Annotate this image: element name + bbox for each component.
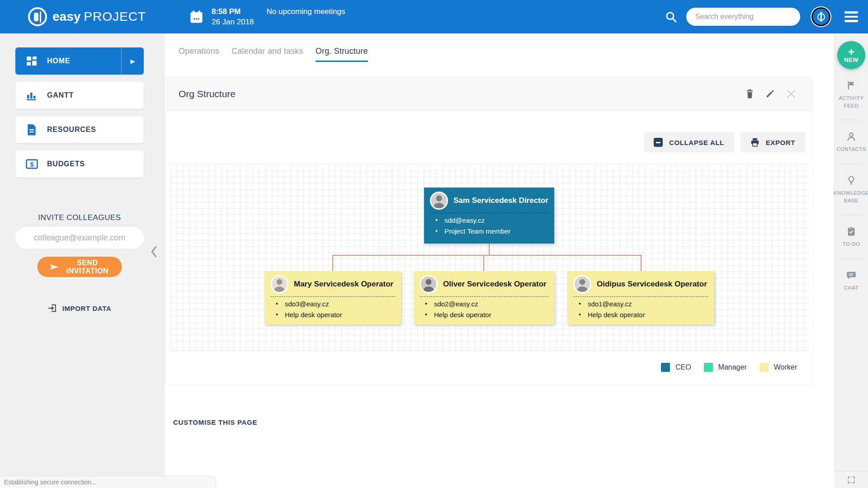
menu-icon[interactable] — [844, 11, 858, 22]
legend-label: Worker — [774, 363, 797, 371]
legend-label: CEO — [675, 363, 691, 371]
fullscreen-expand-icon[interactable] — [834, 471, 868, 488]
import-data-label: IMPORT DATA — [62, 305, 112, 312]
avatar — [430, 192, 448, 210]
main-content: Operations Calendar and tasks Org. Struc… — [165, 33, 834, 488]
node-name: Oidipus Servicedesk Operator — [597, 280, 707, 289]
time-block: 8:58 PM No upcoming meetings 26 Jan 2018 — [212, 7, 345, 27]
chart-toolbar: COLLAPSE ALL EXPORT — [644, 132, 805, 152]
sidebar-item-home[interactable]: HOME ▶ — [15, 47, 144, 75]
sidebar-item-chat[interactable]: CHAT — [835, 270, 868, 292]
node-role: Help desk operator — [285, 311, 342, 319]
page-tabs: Operations Calendar and tasks Org. Struc… — [179, 47, 368, 62]
sidebar-item-todo[interactable]: TO-DO — [835, 226, 868, 248]
sidebar-collapse-chevron-icon[interactable] — [149, 245, 159, 260]
tab-calendar-and-tasks[interactable]: Calendar and tasks — [231, 47, 303, 62]
node-email: sdo3@easy.cz — [285, 300, 329, 308]
org-node-child[interactable]: Oidipus Servicedesk Operator •sdo1@easy.… — [567, 271, 714, 324]
node-email: sdd@easy.cz — [444, 216, 485, 224]
left-sidebar: HOME ▶ GANTT RESOURCES $ BUDGETS INVITE … — [0, 33, 165, 488]
invite-email-field[interactable] — [15, 227, 144, 249]
org-node-root[interactable]: Sam Servicedesk Director •sdd@easy.cz •P… — [424, 188, 554, 244]
node-name: Oliver Servicedesk Operator — [443, 280, 547, 289]
collapse-all-label: COLLAPSE ALL — [669, 139, 724, 146]
node-role: Help desk operator — [588, 311, 645, 319]
avatar — [270, 275, 288, 293]
divider — [841, 164, 861, 164]
brand-text: easy PROJECT — [52, 9, 146, 24]
avatar — [573, 275, 591, 293]
calendar-icon — [189, 10, 203, 24]
node-name: Mary Servicedesk Operator — [294, 280, 393, 289]
app-logo[interactable]: easy PROJECT — [28, 7, 146, 26]
trash-icon[interactable] — [745, 89, 754, 99]
search-icon[interactable] — [665, 11, 677, 23]
budgets-icon: $ — [25, 159, 38, 169]
customise-page-link[interactable]: CUSTOMISE THIS PAGE — [173, 418, 257, 426]
connector-root-down — [489, 244, 490, 256]
right-sidebar: + NEW ACTIVITY FEED CONTACTS KNOWLEDGE B… — [834, 33, 868, 488]
sidebar-item-gantt[interactable]: GANTT — [15, 82, 144, 109]
connector-horizontal — [332, 255, 642, 256]
flag-icon — [846, 80, 856, 90]
new-button-label: NEW — [844, 56, 859, 63]
org-node-child[interactable]: Oliver Servicedesk Operator •sdo2@easy.c… — [414, 271, 554, 324]
sidebar-item-label: CHAT — [844, 284, 859, 292]
invite-colleagues-heading: INVITE COLLEAGUES — [0, 213, 159, 222]
legend-item-manager: Manager — [704, 363, 747, 372]
home-icon — [25, 56, 38, 66]
clipboard-check-icon — [846, 226, 856, 236]
brand-light: PROJECT — [84, 9, 146, 24]
resources-icon — [25, 124, 38, 136]
node-separator — [270, 296, 395, 297]
sidebar-item-label: BUDGETS — [47, 160, 85, 168]
sidebar-item-resources[interactable]: RESOURCES — [15, 116, 144, 143]
sidebar-item-label: ACTIVITY FEED — [835, 94, 868, 109]
sidebar-item-knowledge-base[interactable]: KNOWLEDGE BASE — [835, 175, 868, 204]
sidebar-item-label: TO-DO — [843, 240, 860, 248]
legend-swatch-ceo — [661, 363, 670, 372]
gantt-icon — [25, 90, 38, 101]
tab-operations[interactable]: Operations — [179, 47, 219, 62]
legend-item-ceo: CEO — [661, 363, 691, 372]
sidebar-item-contacts[interactable]: CONTACTS — [835, 131, 868, 153]
clock-time: 8:58 PM — [212, 7, 254, 16]
export-button[interactable]: EXPORT — [741, 132, 805, 152]
divider — [841, 215, 861, 215]
topbar-right — [665, 8, 858, 26]
sidebar-item-label: HOME — [47, 57, 70, 65]
user-avatar[interactable] — [813, 9, 829, 25]
meeting-status: No upcoming meetings — [267, 7, 345, 16]
divider — [841, 120, 861, 120]
search-input[interactable] — [686, 8, 800, 26]
connector-child-2 — [483, 255, 484, 271]
send-invitation-button[interactable]: SEND INVITATION — [38, 257, 122, 277]
panel-header: Org Structure — [166, 77, 812, 111]
legend-swatch-worker — [760, 363, 769, 372]
org-node-child[interactable]: Mary Servicedesk Operator •sdo3@easy.cz … — [264, 271, 401, 324]
status-bar: Establishing secure connection... — [0, 476, 216, 488]
lightbulb-icon — [846, 175, 856, 185]
home-expand-arrow[interactable]: ▶ — [121, 47, 144, 75]
avatar — [420, 275, 438, 293]
close-icon[interactable] — [786, 89, 796, 99]
sidebar-item-budgets[interactable]: $ BUDGETS — [15, 150, 144, 178]
sidebar-item-activity-feed[interactable]: ACTIVITY FEED — [835, 80, 868, 109]
node-role: Help desk operator — [434, 311, 491, 319]
collapse-all-button[interactable]: COLLAPSE ALL — [644, 132, 734, 152]
tab-org-structure[interactable]: Org. Structure — [316, 47, 368, 62]
edit-pencil-icon[interactable] — [766, 89, 774, 99]
brand-bold: easy — [52, 9, 80, 24]
printer-icon — [750, 138, 760, 147]
import-data-button[interactable]: IMPORT DATA — [0, 304, 159, 313]
export-label: EXPORT — [766, 139, 795, 146]
new-button[interactable]: + NEW — [837, 41, 865, 69]
org-structure-panel: Org Structure COLLAPSE ALL — [166, 77, 812, 385]
meeting-widget[interactable]: 8:58 PM No upcoming meetings 26 Jan 2018 — [189, 7, 345, 27]
legend-swatch-manager — [704, 363, 713, 372]
send-icon — [49, 263, 59, 271]
node-email: sdo1@easy.cz — [588, 300, 632, 308]
divider — [841, 258, 861, 259]
node-separator — [430, 213, 548, 213]
panel-actions — [745, 89, 796, 99]
